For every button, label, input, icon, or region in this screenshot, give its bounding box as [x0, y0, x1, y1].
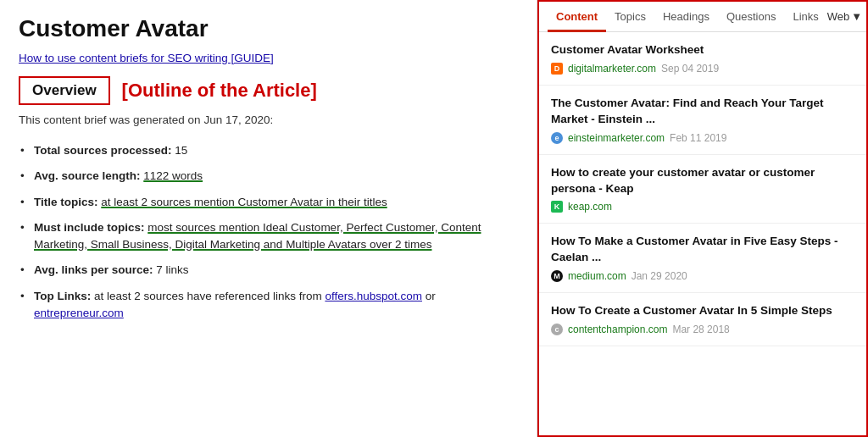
list-item: Top Links: at least 2 sources have refer…: [19, 284, 518, 327]
bullet-label-6: Top Links:: [34, 290, 91, 302]
results-list: Customer Avatar WorksheetDdigitalmarkete…: [539, 32, 866, 435]
bullet-value-2: 1122 words: [143, 169, 203, 182]
result-meta: eeinsteinmarketer.comFeb 11 2019: [551, 132, 854, 144]
left-panel: Customer Avatar How to use content brief…: [0, 0, 537, 437]
site-icon: c: [551, 324, 563, 335]
result-date: Jan 29 2020: [632, 270, 687, 282]
bullet-value-1: 15: [175, 144, 187, 157]
bullet-value-5: 7 links: [156, 263, 188, 276]
tab-topics[interactable]: Topics: [606, 2, 654, 32]
result-title: How to create your customer avatar or cu…: [551, 165, 854, 197]
site-name: contentchampion.com: [568, 324, 667, 335]
site-name: einsteinmarketer.com: [568, 132, 665, 144]
right-panel: Content Topics Headings Questions Links …: [537, 0, 868, 437]
list-item: Title topics: at least 2 sources mention…: [19, 190, 518, 215]
list-item: Avg. links per source: 7 links: [19, 257, 518, 283]
web-dropdown[interactable]: Web ▼: [827, 2, 862, 31]
bullet-value-6: at least 2 sources have referenced links…: [94, 290, 325, 302]
page-title: Customer Avatar: [19, 15, 518, 42]
guide-link[interactable]: How to use content briefs for SEO writin…: [19, 52, 274, 64]
list-item: Total sources processed: 15: [19, 138, 518, 163]
result-title: Customer Avatar Worksheet: [551, 42, 854, 58]
bullet-value-3: at least 2 sources mention Customer Avat…: [101, 196, 387, 208]
bullet-label-4: Must include topics:: [34, 221, 145, 234]
result-meta: ccontentchampion.comMar 28 2018: [551, 324, 854, 335]
result-meta: Mmedium.comJan 29 2020: [551, 270, 854, 282]
bullet-label-2: Avg. source length:: [34, 169, 141, 182]
generated-date: This content brief was generated on Jun …: [19, 113, 518, 126]
web-label: Web: [827, 10, 850, 23]
result-title: How To Create a Customer Avatar In 5 Sim…: [551, 303, 854, 319]
result-item[interactable]: The Customer Avatar: Find and Reach Your…: [539, 86, 866, 155]
site-name: medium.com: [568, 270, 626, 282]
site-name: digitalmarketer.com: [568, 63, 656, 75]
result-meta: Kkeap.com: [551, 201, 854, 213]
site-icon: M: [551, 270, 563, 282]
site-icon: D: [551, 63, 563, 75]
tab-headings[interactable]: Headings: [654, 2, 718, 32]
overview-box: Overview: [19, 76, 110, 105]
result-item[interactable]: How to create your customer avatar or cu…: [539, 155, 866, 224]
site-icon: K: [551, 201, 563, 213]
outline-label: [Outline of the Article]: [122, 80, 317, 102]
result-date: Feb 11 2019: [670, 132, 726, 144]
result-title: The Customer Avatar: Find and Reach Your…: [551, 96, 854, 128]
tabs-bar: Content Topics Headings Questions Links …: [539, 2, 866, 32]
bullet-label-5: Avg. links per source:: [34, 263, 153, 276]
result-item[interactable]: How To Make a Customer Avatar in Five Ea…: [539, 224, 866, 293]
tab-questions[interactable]: Questions: [718, 2, 785, 32]
chevron-down-icon: ▼: [851, 10, 862, 23]
result-item[interactable]: Customer Avatar WorksheetDdigitalmarkete…: [539, 32, 866, 86]
result-date: Sep 04 2019: [661, 63, 719, 75]
overview-row: Overview [Outline of the Article]: [19, 76, 518, 105]
tab-links[interactable]: Links: [784, 2, 826, 32]
link-sep: or: [422, 290, 436, 302]
result-item[interactable]: How To Create a Customer Avatar In 5 Sim…: [539, 293, 866, 346]
bullet-label-1: Total sources processed:: [34, 144, 172, 157]
result-date: Mar 28 2018: [672, 324, 729, 335]
site-name: keap.com: [568, 201, 612, 213]
entrepreneur-link[interactable]: entrepreneur.com: [34, 307, 124, 319]
list-item: Avg. source length: 1122 words: [19, 163, 518, 189]
result-title: How To Make a Customer Avatar in Five Ea…: [551, 234, 854, 266]
list-item: Must include topics: most sources mentio…: [19, 215, 518, 258]
bullet-list: Total sources processed: 15 Avg. source …: [19, 138, 518, 326]
site-icon: e: [551, 132, 563, 144]
hubspot-link[interactable]: offers.hubspot.com: [325, 290, 422, 302]
tab-content[interactable]: Content: [548, 2, 606, 32]
result-meta: Ddigitalmarketer.comSep 04 2019: [551, 63, 854, 75]
bullet-label-3: Title topics:: [34, 196, 98, 208]
